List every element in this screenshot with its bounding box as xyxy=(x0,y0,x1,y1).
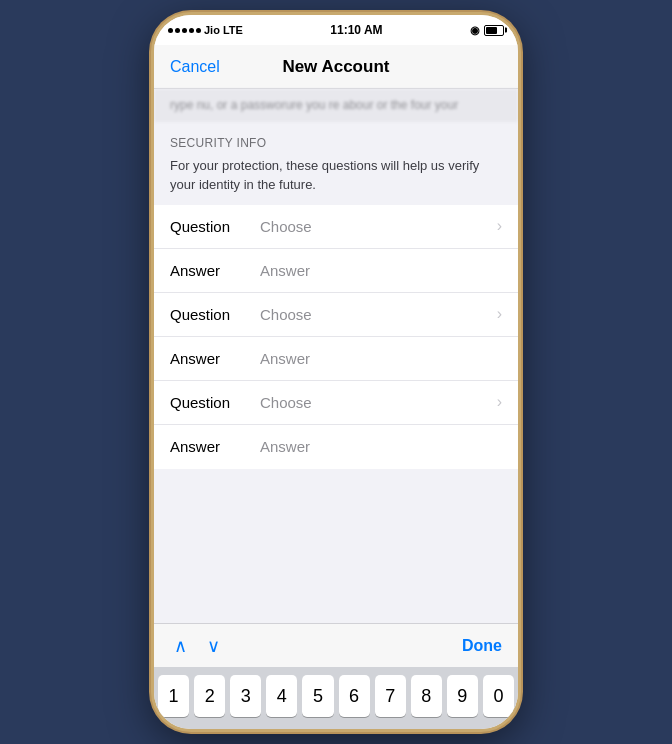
key-0[interactable]: 0 xyxy=(483,675,514,717)
section-header: SECURITY INFO xyxy=(154,122,518,156)
key-2[interactable]: 2 xyxy=(194,675,225,717)
signal-dot-2 xyxy=(175,28,180,33)
answer-row-3[interactable]: Answer Answer xyxy=(154,425,518,469)
key-8[interactable]: 8 xyxy=(411,675,442,717)
key-4[interactable]: 4 xyxy=(266,675,297,717)
chevron-icon-3: › xyxy=(497,393,502,411)
signal-dot-1 xyxy=(168,28,173,33)
bottom-area: ∧ ∨ Done 1 2 3 4 5 6 7 8 9 0 xyxy=(154,623,518,729)
section-description: For your protection, these questions wil… xyxy=(154,156,518,205)
question-choose-1: Choose xyxy=(250,218,489,235)
battery-fill xyxy=(486,27,497,34)
battery-icon xyxy=(484,25,504,36)
key-9[interactable]: 9 xyxy=(447,675,478,717)
answer-value-3: Answer xyxy=(250,438,502,455)
wifi-icon: ◉ xyxy=(470,24,480,37)
security-questions-table: Question Choose › Answer Answer Question… xyxy=(154,205,518,469)
key-5[interactable]: 5 xyxy=(302,675,333,717)
prev-field-button[interactable]: ∧ xyxy=(170,631,191,661)
question-choose-2: Choose xyxy=(250,306,489,323)
carrier-label: Jio LTE xyxy=(204,24,243,36)
next-field-button[interactable]: ∨ xyxy=(203,631,224,661)
key-7[interactable]: 7 xyxy=(375,675,406,717)
status-time: 11:10 AM xyxy=(330,23,382,37)
answer-row-1[interactable]: Answer Answer xyxy=(154,249,518,293)
nav-bar: Cancel New Account xyxy=(154,45,518,89)
signal-dot-4 xyxy=(189,28,194,33)
chevron-icon-2: › xyxy=(497,305,502,323)
keyboard-row-numbers: 1 2 3 4 5 6 7 8 9 0 xyxy=(158,675,514,717)
signal-dots xyxy=(168,28,201,33)
question-choose-3: Choose xyxy=(250,394,489,411)
hint-text: rype nu, or a passworure you re abour or… xyxy=(154,89,518,122)
phone-frame: Jio LTE 11:10 AM ◉ Cancel New Account ry… xyxy=(151,12,521,732)
question-label-1: Question xyxy=(170,218,250,235)
toolbar: ∧ ∨ Done xyxy=(154,623,518,667)
answer-value-2: Answer xyxy=(250,350,502,367)
status-bar: Jio LTE 11:10 AM ◉ xyxy=(154,15,518,45)
status-right: ◉ xyxy=(470,24,504,37)
answer-label-2: Answer xyxy=(170,350,250,367)
section-divider xyxy=(154,469,518,477)
answer-label-3: Answer xyxy=(170,438,250,455)
key-1[interactable]: 1 xyxy=(158,675,189,717)
page-title: New Account xyxy=(282,57,389,77)
key-6[interactable]: 6 xyxy=(339,675,370,717)
status-left: Jio LTE xyxy=(168,24,243,36)
cancel-button[interactable]: Cancel xyxy=(170,58,220,76)
question-row-1[interactable]: Question Choose › xyxy=(154,205,518,249)
answer-row-2[interactable]: Answer Answer xyxy=(154,337,518,381)
question-label-3: Question xyxy=(170,394,250,411)
answer-value-1: Answer xyxy=(250,262,502,279)
toolbar-navigation: ∧ ∨ xyxy=(170,631,224,661)
question-label-2: Question xyxy=(170,306,250,323)
done-button[interactable]: Done xyxy=(462,637,502,655)
question-row-3[interactable]: Question Choose › xyxy=(154,381,518,425)
signal-dot-3 xyxy=(182,28,187,33)
question-row-2[interactable]: Question Choose › xyxy=(154,293,518,337)
signal-dot-5 xyxy=(196,28,201,33)
chevron-icon-1: › xyxy=(497,217,502,235)
key-3[interactable]: 3 xyxy=(230,675,261,717)
numeric-keyboard: 1 2 3 4 5 6 7 8 9 0 xyxy=(154,667,518,729)
answer-label-1: Answer xyxy=(170,262,250,279)
